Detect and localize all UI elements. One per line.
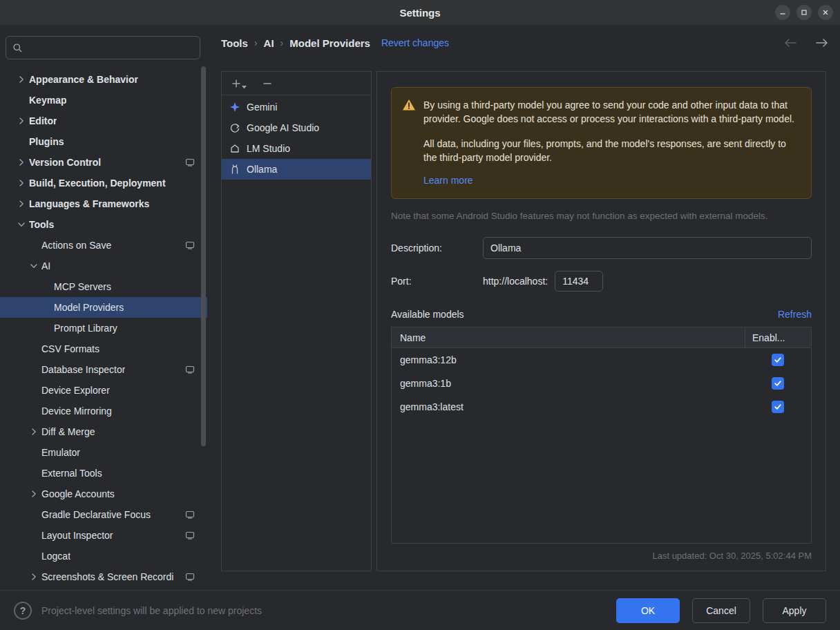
sidebar-item-mcp-servers[interactable]: MCP Servers (0, 276, 207, 297)
sidebar-item-label: Actions on Save (41, 240, 111, 251)
providers-panel: GeminiGoogle AI StudioLM StudioOllama (221, 71, 372, 571)
sidebar-item-device-mirroring[interactable]: Device Mirroring (0, 401, 207, 421)
sidebar-item-label: Keymap (29, 95, 66, 106)
model-name: gemma3:latest (392, 401, 745, 412)
minimize-icon (779, 8, 787, 17)
model-enabled-checkbox[interactable] (772, 377, 784, 390)
model-enabled-checkbox[interactable] (772, 401, 784, 413)
add-provider-button[interactable] (231, 78, 247, 89)
last-updated-text: Last updated: Oct 30, 2025, 5:02:44 PM (391, 551, 812, 561)
providers-toolbar (222, 72, 371, 95)
sidebar-item-emulator[interactable]: Emulator (0, 442, 207, 463)
provider-item-lm-studio[interactable]: LM Studio (222, 138, 371, 159)
maximize-button[interactable] (796, 5, 812, 20)
chevron-right-icon (17, 158, 29, 167)
sidebar-item-label: Logcat (41, 551, 70, 562)
sidebar-item-actions-on-save[interactable]: Actions on Save (0, 235, 207, 256)
sidebar-item-prompt-library[interactable]: Prompt Library (0, 318, 207, 338)
help-button[interactable]: ? (14, 602, 32, 620)
cancel-button[interactable]: Cancel (692, 598, 750, 623)
revert-changes-link[interactable]: Revert changes (381, 37, 449, 48)
enabled-column-header[interactable]: Enabl... (745, 327, 811, 347)
model-enabled-checkbox[interactable] (772, 354, 784, 366)
sidebar-item-csv-formats[interactable]: CSV Formats (0, 338, 207, 359)
warning-paragraph-1: By using a third-party model you agree t… (423, 98, 799, 126)
sidebar-item-screenshots-screen-recordi[interactable]: Screenshots & Screen Recordi (0, 566, 207, 587)
sidebar-item-logcat[interactable]: Logcat (0, 546, 207, 566)
search-input[interactable] (27, 41, 193, 54)
learn-more-link[interactable]: Learn more (423, 173, 473, 187)
name-column-header[interactable]: Name (392, 327, 745, 347)
available-models-row: Available models Refresh (391, 309, 812, 320)
close-button[interactable] (818, 5, 833, 20)
external-models-note: Note that some Android Studio features m… (391, 211, 812, 221)
available-models-label: Available models (391, 309, 464, 320)
sidebar-item-label: MCP Servers (54, 281, 111, 292)
chevron-right-icon (17, 178, 29, 188)
minimize-button[interactable] (775, 5, 790, 20)
models-table-header: Name Enabl... (392, 327, 811, 348)
footer-note: Project-level settings will be applied t… (41, 605, 616, 616)
sidebar-item-label: Diff & Merge (41, 426, 95, 437)
search-box[interactable] (6, 36, 200, 59)
sidebar-item-diff-merge[interactable]: Diff & Merge (0, 421, 207, 442)
sidebar-item-external-tools[interactable]: External Tools (0, 463, 207, 484)
close-icon (821, 8, 830, 17)
sidebar-item-label: Build, Execution, Deployment (29, 178, 166, 189)
remove-provider-button[interactable] (262, 78, 273, 89)
port-input[interactable] (555, 271, 603, 292)
description-input[interactable] (483, 237, 812, 259)
warning-icon (402, 99, 416, 115)
ok-button[interactable]: OK (616, 598, 680, 623)
provider-item-label: Ollama (247, 164, 277, 175)
provider-item-gemini[interactable]: Gemini (222, 97, 371, 117)
sidebar-item-layout-inspector[interactable]: Layout Inspector (0, 525, 207, 546)
check-icon (774, 379, 782, 388)
sidebar-item-build-execution-deployment[interactable]: Build, Execution, Deployment (0, 173, 207, 193)
sidebar-item-database-inspector[interactable]: Database Inspector (0, 359, 207, 380)
sidebar-item-editor[interactable]: Editor (0, 111, 207, 131)
sidebar-item-label: Plugins (29, 136, 64, 147)
sidebar-item-label: AI (41, 260, 50, 271)
sidebar-item-ai[interactable]: AI (0, 256, 207, 276)
breadcrumb-tools[interactable]: Tools (221, 37, 248, 49)
warning-paragraph-2: All data, including your files, prompts,… (423, 137, 799, 165)
sidebar-item-label: Appearance & Behavior (29, 74, 138, 85)
sidebar-item-keymap[interactable]: Keymap (0, 90, 207, 111)
sidebar-item-languages-frameworks[interactable]: Languages & Frameworks (0, 193, 207, 214)
sidebar-item-gradle-declarative-focus[interactable]: Gradle Declarative Focus (0, 504, 207, 525)
sidebar-item-google-accounts[interactable]: Google Accounts (0, 484, 207, 504)
sidebar-item-plugins[interactable]: Plugins (0, 131, 207, 152)
provider-item-google-ai-studio[interactable]: Google AI Studio (222, 117, 371, 138)
shared-settings-icon (185, 240, 195, 250)
sidebar-item-appearance-behavior[interactable]: Appearance & Behavior (0, 69, 207, 90)
model-row-gemma3-latest[interactable]: gemma3:latest (392, 395, 811, 419)
sidebar-item-label: Prompt Library (54, 323, 117, 334)
breadcrumb-ai[interactable]: AI (264, 37, 274, 49)
apply-button[interactable]: Apply (763, 598, 826, 623)
port-row: Port: http://localhost: (391, 271, 812, 292)
chevron-right-icon (29, 427, 41, 437)
sidebar-scrollbar[interactable] (201, 66, 206, 446)
model-row-gemma3-12b[interactable]: gemma3:12b (392, 348, 811, 372)
forward-arrow-icon[interactable] (815, 38, 829, 48)
sidebar-item-model-providers[interactable]: Model Providers (0, 297, 207, 318)
sidebar-item-tools[interactable]: Tools (0, 214, 207, 235)
chevron-down-icon (17, 220, 29, 229)
back-arrow-icon[interactable] (783, 38, 797, 48)
settings-sidebar: Appearance & BehaviorKeymapEditorPlugins… (0, 25, 207, 590)
sidebar-item-version-control[interactable]: Version Control (0, 152, 207, 173)
history-navigation (783, 38, 829, 48)
breadcrumb-model-providers: Model Providers (289, 37, 370, 49)
titlebar: Settings (0, 0, 840, 25)
refresh-link[interactable]: Refresh (778, 309, 812, 320)
sidebar-item-label: CSV Formats (41, 343, 99, 354)
shared-settings-icon (185, 158, 195, 167)
provider-item-ollama[interactable]: Ollama (222, 159, 371, 180)
sidebar-item-label: Editor (29, 115, 57, 126)
model-row-gemma3-1b[interactable]: gemma3:1b (392, 372, 811, 395)
port-label: Port: (391, 276, 483, 287)
sidebar-item-device-explorer[interactable]: Device Explorer (0, 380, 207, 401)
help-icon: ? (20, 605, 26, 616)
chevron-right-icon (29, 572, 41, 582)
